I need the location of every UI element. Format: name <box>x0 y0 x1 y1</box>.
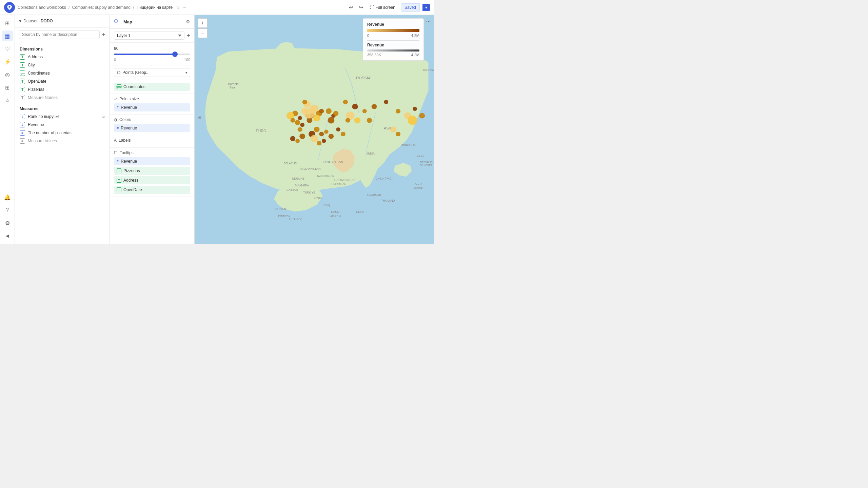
svg-text:ERITREA: ERITREA <box>278 215 290 218</box>
saved-dropdown-button[interactable]: ▾ <box>422 4 430 11</box>
geom-chevron-icon: ▾ <box>185 71 187 75</box>
field-list: Dimensions T Address T City geo Coordina… <box>15 42 110 244</box>
tooltips-section: ☐ Tooltips # Revenue T Pizzerias T Addre… <box>110 148 194 197</box>
nav-flash-icon[interactable]: ⚡ <box>2 56 13 67</box>
slider-track[interactable] <box>114 54 190 55</box>
app-logo[interactable] <box>4 2 15 13</box>
labels-label: A Labels <box>114 138 190 143</box>
nav-connections-icon[interactable]: ◎ <box>2 69 13 80</box>
map-more-button[interactable]: ··· <box>426 18 431 24</box>
rank-extra: fм <box>101 115 105 119</box>
svg-text:BULGARIA: BULGARIA <box>295 184 309 187</box>
legend-size-min: 358,69K <box>367 53 381 57</box>
opendate-type-icon: T <box>20 79 25 84</box>
nav-heart-icon[interactable]: ♡ <box>2 43 13 54</box>
field-coordinates[interactable]: geo Coordinates <box>15 69 110 77</box>
slider-thumb[interactable] <box>172 52 178 57</box>
measures-label: Measures <box>15 104 110 113</box>
svg-text:UZBEKISTAN: UZBEKISTAN <box>317 175 334 178</box>
field-revenue[interactable]: # Revenue <box>15 121 110 129</box>
fullscreen-button[interactable]: ⛶ Full screen <box>367 4 398 11</box>
nav-help-icon[interactable]: ? <box>2 205 13 216</box>
nav-charts-icon[interactable]: ▦ <box>2 30 13 41</box>
svg-text:IRAQ: IRAQ <box>323 203 330 207</box>
svg-text:THAILAND: THAILAND <box>381 199 395 202</box>
svg-text:Sea of: Sea of <box>415 183 422 186</box>
add-layer-button[interactable]: + <box>186 32 190 39</box>
tooltips-pizzerias-icon: T <box>117 168 121 173</box>
dataset-label: Dataset: <box>23 19 39 23</box>
coordinates-field-name: Coordinates <box>28 71 50 76</box>
colors-field[interactable]: # Revenue <box>114 124 190 132</box>
svg-text:SYRIA: SYRIA <box>314 197 323 200</box>
tooltips-opendate-name: OpenDate <box>123 187 142 192</box>
tooltips-pizzerias-field[interactable]: T Pizzerias <box>114 167 190 175</box>
map-legend: Revenue 0 4.2M Revenue 358,69K 4.2M <box>363 18 424 61</box>
coordinates-drop-field[interactable]: geo Coordinates <box>114 83 190 91</box>
nav-grid-icon[interactable]: ⊞ <box>2 18 13 28</box>
map-sections: ⬡ Points (Geop... ▾ geo Coordinates ⤢ Po… <box>110 65 194 244</box>
nav-star-icon[interactable]: ☆ <box>2 95 13 106</box>
slider-min: 0 <box>114 58 116 62</box>
legend-color-range: 0 4.2M <box>367 34 419 38</box>
nav-collapse-icon[interactable]: ◀ <box>2 230 13 241</box>
colors-text: Colors <box>119 117 131 122</box>
field-measure-names[interactable]: T Measure Names <box>15 94 110 102</box>
map-controls: + − <box>198 18 208 38</box>
field-city[interactable]: T City <box>15 61 110 69</box>
opacity-slider-row: 80 0 100 <box>110 43 194 65</box>
field-address[interactable]: T Address <box>15 53 110 61</box>
field-pizzerias[interactable]: T Pizzerias <box>15 85 110 94</box>
svg-text:KAZAKHSTAN: KAZAKHSTAN <box>300 167 320 170</box>
tooltips-opendate-icon: T <box>117 187 121 192</box>
measure-names-type-icon: T <box>20 95 25 100</box>
middle-panel-header: ⬡ Map ⚙ <box>110 15 194 29</box>
field-measure-values[interactable]: # Measure Values <box>15 137 110 145</box>
nav-settings-icon[interactable]: ⚙ <box>2 218 13 228</box>
revenue-field-name: Revenue <box>28 122 44 127</box>
svg-text:CHINA (PRC): CHINA (PRC) <box>376 177 393 180</box>
points-size-field-icon: # <box>117 105 119 109</box>
left-nav: ⊞ ▦ ♡ ⚡ ◎ ⊞ ☆ 🔔 ? ⚙ ◀ <box>0 15 15 244</box>
field-rank[interactable]: # Rank по выручке fм <box>15 113 110 121</box>
search-input[interactable] <box>19 30 100 39</box>
tooltips-address-field[interactable]: T Address <box>114 176 190 184</box>
field-opendate[interactable]: T OpenDate <box>15 77 110 85</box>
tooltips-label: ☐ Tooltips <box>114 150 190 155</box>
saved-button[interactable]: Saved <box>401 3 420 12</box>
tooltips-revenue-field[interactable]: # Revenue <box>114 157 190 165</box>
add-field-button[interactable]: + <box>102 31 105 38</box>
redo-button[interactable]: ↪ <box>357 3 364 12</box>
geom-type-button[interactable]: ⬡ Points (Geop... ▾ <box>114 68 190 77</box>
collapse-panel-button[interactable]: ▾ <box>19 18 21 24</box>
zoom-in-button[interactable]: + <box>198 18 208 28</box>
colors-label: ◑ Colors <box>114 117 190 122</box>
svg-text:Okhotsk: Okhotsk <box>413 186 422 189</box>
zoom-out-button[interactable]: − <box>198 28 208 38</box>
tooltips-opendate-field[interactable]: T OpenDate <box>114 186 190 194</box>
svg-text:Sea: Sea <box>230 86 235 89</box>
num-pizzerias-field-name: The number of pizzerias <box>28 130 72 135</box>
rank-field-name: Rank по выручке <box>28 114 60 119</box>
coordinates-drop-icon: geo <box>117 84 121 89</box>
undo-button[interactable]: ↩ <box>348 3 355 12</box>
nav-bell-icon[interactable]: 🔔 <box>2 192 13 203</box>
tooltips-revenue-icon: # <box>117 159 119 163</box>
pizzerias-type-icon: T <box>20 87 25 92</box>
map-settings-button[interactable]: ⚙ <box>186 19 190 24</box>
dimensions-label: Dimensions <box>15 45 110 53</box>
nav-table-icon[interactable]: ⊞ <box>2 82 13 93</box>
slider-max: 100 <box>184 58 190 62</box>
main-layout: ⊞ ▦ ♡ ⚡ ◎ ⊞ ☆ 🔔 ? ⚙ ◀ ▾ Dataset: DODO + … <box>0 15 434 244</box>
svg-text:SAUDI: SAUDI <box>331 210 340 214</box>
field-num-pizzerias[interactable]: # The number of pizzerias <box>15 129 110 137</box>
svg-text:EURO...: EURO... <box>256 129 270 133</box>
points-size-field[interactable]: # Revenue <box>114 103 190 111</box>
middle-panel: ⬡ Map ⚙ Layer 1 + 80 0 100 <box>110 15 195 244</box>
topbar-actions: ↩ ↪ ⛶ Full screen Saved ▾ <box>348 3 430 12</box>
legend-color-min: 0 <box>367 34 369 38</box>
legend-color-max: 4.2M <box>411 34 419 38</box>
legend-size-gradient <box>367 49 419 52</box>
layer-select[interactable]: Layer 1 <box>114 32 184 40</box>
dataset-name: DODO <box>41 19 53 23</box>
